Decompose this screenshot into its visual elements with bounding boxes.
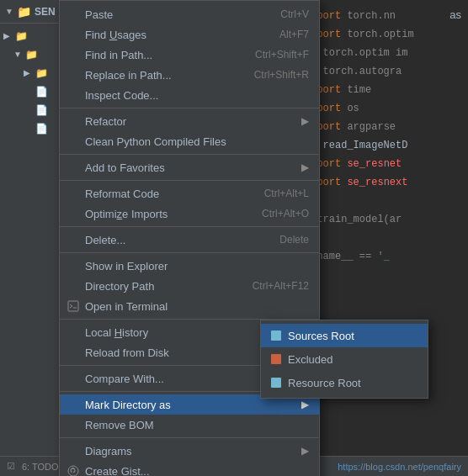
menu-paste[interactable]: Paste Ctrl+V	[60, 4, 319, 24]
separator-9	[60, 437, 319, 438]
svg-point-2	[68, 466, 78, 476]
excluded-color-box	[271, 354, 281, 364]
code-background: import torch.nn import torch.optim om to…	[300, 0, 468, 476]
menu-create-gist[interactable]: Create Gist...	[60, 461, 319, 476]
submenu-excluded[interactable]: Excluded	[261, 347, 428, 371]
arrow-right-icon-2: ▶	[24, 68, 34, 78]
menu-refactor[interactable]: Refactor ▶	[60, 111, 319, 131]
menu-diagrams[interactable]: Diagrams ▶	[60, 441, 319, 461]
menu-directory-path[interactable]: Directory Path Ctrl+Alt+F12	[60, 276, 319, 296]
file-icon-1: 📄	[35, 86, 48, 98]
separator-1	[60, 108, 319, 108]
url-bar[interactable]: https://blog.csdn.net/penqfairy	[338, 462, 461, 472]
arrow-down-icon: ▼	[13, 50, 24, 60]
submenu-sources-root[interactable]: Sources Root	[261, 324, 428, 347]
collapse-icon[interactable]: ▼	[5, 7, 13, 16]
terminal-icon	[66, 299, 80, 313]
todo-icon: ☑	[7, 461, 15, 472]
menu-delete[interactable]: Delete... Delete	[60, 230, 319, 250]
arrow-right-icon: ▶	[3, 31, 13, 41]
file-icon-3: 📄	[35, 123, 48, 135]
resource-root-color-box	[271, 378, 281, 388]
menu-replace-in-path[interactable]: Replace in Path... Ctrl+Shift+R	[60, 65, 319, 85]
svg-rect-0	[68, 301, 78, 311]
file-icon-2: 📄	[35, 104, 48, 116]
folder-icon-3: 📁	[35, 67, 48, 79]
github-icon	[66, 464, 80, 476]
separator-5	[60, 252, 319, 253]
submenu-mark-directory: Sources Root Excluded Resource Root	[260, 320, 428, 399]
context-menu: Paste Ctrl+V Find Usages Alt+F7 Find in …	[59, 0, 320, 476]
menu-open-terminal[interactable]: Open in Terminal	[60, 296, 319, 316]
folder-icon-2: 📁	[25, 49, 38, 61]
separator-2	[60, 154, 319, 155]
project-title: SEN	[35, 6, 56, 18]
menu-reformat-code[interactable]: Reformat Code Ctrl+Alt+L	[60, 183, 319, 204]
as-label: as	[449, 8, 461, 21]
menu-add-favorites[interactable]: Add to Favorites ▶	[60, 157, 319, 177]
sources-root-color-box	[271, 331, 281, 341]
folder-icon: 📁	[17, 5, 31, 19]
menu-find-in-path[interactable]: Find in Path... Ctrl+Shift+F	[60, 45, 319, 65]
menu-optimize-imports[interactable]: Optimize Imports Ctrl+Alt+O	[60, 204, 319, 224]
menu-inspect-code[interactable]: Inspect Code...	[60, 85, 319, 105]
submenu-resource-root[interactable]: Resource Root	[261, 371, 428, 394]
separator-4	[60, 226, 319, 227]
folder-icon-1: 📁	[15, 30, 28, 42]
menu-show-explorer[interactable]: Show in Explorer	[60, 256, 319, 276]
menu-clean-python[interactable]: Clean Python Compiled Files	[60, 131, 319, 151]
menu-find-usages[interactable]: Find Usages Alt+F7	[60, 24, 319, 45]
separator-3	[60, 180, 319, 181]
menu-remove-bom[interactable]: Remove BOM	[60, 415, 319, 435]
todo-label: 6: TODO	[22, 462, 59, 472]
